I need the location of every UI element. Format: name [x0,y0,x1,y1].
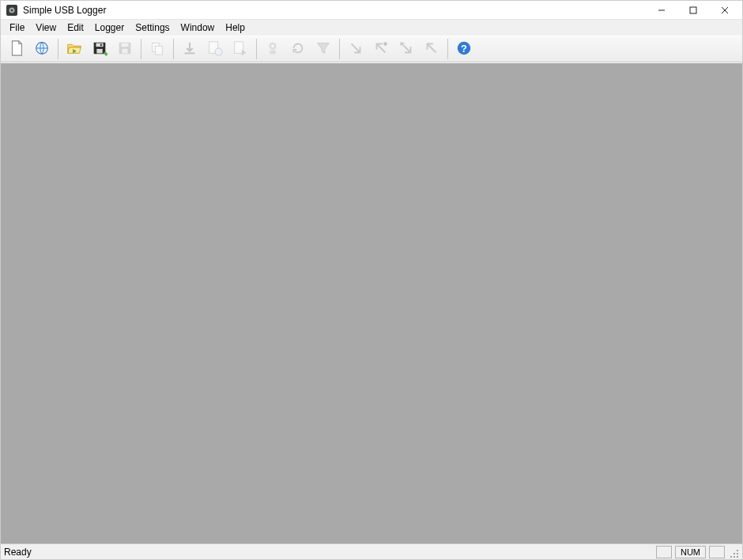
menu-edit[interactable]: Edit [62,21,89,34]
folder-open-icon [66,39,83,59]
separator [58,39,58,59]
nav-down-button[interactable] [344,37,368,61]
maximize-button[interactable] [677,1,709,20]
svg-text:?: ? [461,42,467,54]
svg-point-32 [734,553,735,554]
svg-rect-17 [185,52,195,54]
menu-view[interactable]: View [30,21,62,34]
svg-rect-14 [122,48,127,52]
separator [256,39,257,59]
status-ready: Ready [4,547,653,558]
download-button[interactable] [178,37,202,61]
upload-button[interactable] [203,37,227,61]
menu-settings[interactable]: Settings [130,21,175,34]
separator [141,39,141,59]
download-icon [181,39,198,59]
menu-file[interactable]: File [4,21,30,34]
svg-point-33 [737,550,738,551]
svg-rect-16 [155,46,162,54]
toolbar: ? [1,36,742,62]
resize-gripper[interactable] [726,546,739,558]
save-as-button[interactable] [113,37,137,61]
floppy-disabled-icon [116,39,134,59]
menu-logger[interactable]: Logger [89,21,130,34]
new-button[interactable] [5,37,28,61]
window-title: Simple USB Logger [23,5,646,16]
refresh-button[interactable] [286,37,310,61]
svg-rect-11 [100,43,102,46]
separator [339,39,340,59]
floppy-icon [91,39,108,59]
close-button[interactable] [709,1,741,20]
arrow-down-minus-icon [398,39,415,59]
svg-point-30 [737,553,738,554]
svg-point-19 [215,48,222,55]
gear-device-icon [264,39,281,59]
copy-icon [149,39,166,59]
open-button[interactable] [62,37,86,61]
help-button[interactable]: ? [452,37,476,61]
svg-rect-4 [690,7,696,13]
client-area [1,62,742,543]
svg-point-31 [730,556,732,558]
help-icon: ? [455,39,473,59]
nav-up-button[interactable] [420,37,443,61]
nav-down-minus-button[interactable] [394,37,418,61]
menu-window[interactable]: Window [175,21,221,34]
svg-rect-10 [96,48,102,52]
menu-help[interactable]: Help [220,21,251,34]
export-button[interactable] [228,37,252,61]
save-button[interactable] [88,37,111,61]
menubar: File View Edit Logger Settings Window He… [1,20,742,36]
statusbar: Ready NUM [1,543,742,559]
export-icon [232,39,249,59]
svg-point-22 [271,44,274,47]
globe-icon [33,39,51,59]
status-pane-2 [709,546,725,558]
svg-point-28 [737,556,738,558]
status-pane-num: NUM [675,546,706,558]
arrow-up-plus-icon [372,39,390,59]
svg-point-29 [734,556,735,558]
app-icon [6,4,18,17]
status-pane-1 [656,546,672,558]
globe-button[interactable] [30,37,54,61]
separator [447,39,448,59]
nav-up-plus-button[interactable] [369,37,393,61]
minimize-button[interactable] [646,1,677,20]
separator [173,39,174,59]
svg-rect-23 [270,50,275,54]
svg-rect-9 [96,43,103,47]
device-settings-button[interactable] [261,37,285,61]
svg-point-2 [11,9,13,10]
page-globe-icon [206,39,224,59]
arrow-down-right-icon [347,39,364,59]
copy-button[interactable] [145,37,169,61]
funnel-icon [315,39,332,59]
refresh-icon [289,39,307,59]
document-icon [8,39,25,59]
svg-rect-13 [121,43,128,47]
arrow-up-left-icon [423,39,440,59]
filter-button[interactable] [311,37,335,61]
titlebar: Simple USB Logger [1,1,742,20]
